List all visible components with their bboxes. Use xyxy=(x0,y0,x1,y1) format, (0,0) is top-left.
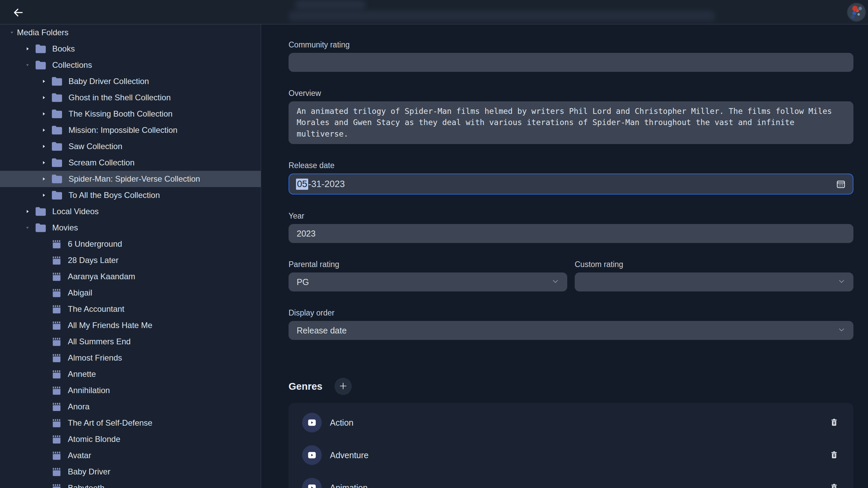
metadata-editor-form: Community rating Overview An animated tr… xyxy=(261,24,868,488)
folder-icon xyxy=(35,60,47,70)
community-rating-label: Community rating xyxy=(289,40,853,49)
community-rating-input[interactable] xyxy=(289,53,853,72)
custom-rating-select[interactable] xyxy=(575,272,853,291)
year-input[interactable]: 2023 xyxy=(289,224,853,243)
video-play-icon xyxy=(302,445,322,465)
movie-icon xyxy=(51,466,62,477)
sidebar-item-movies[interactable]: Movies xyxy=(0,220,261,236)
movie-icon xyxy=(51,401,62,412)
sidebar-item-label: 28 Days Later xyxy=(68,256,118,265)
genre-row-animation[interactable]: Animation xyxy=(289,471,853,488)
delete-genre-button[interactable] xyxy=(830,418,839,428)
add-genre-button[interactable] xyxy=(335,378,352,395)
sidebar-item-label: Annihilation xyxy=(68,386,110,395)
folder-icon xyxy=(51,141,63,151)
sidebar-item-ghost-in-the-shell-collection[interactable]: Ghost in the Shell Collection xyxy=(0,89,261,106)
sidebar-item-label: Local Videos xyxy=(52,207,99,216)
sidebar-item-books[interactable]: Books xyxy=(0,41,261,57)
folder-icon xyxy=(51,125,63,135)
sidebar-item-label: Babyteeth xyxy=(68,483,104,488)
sidebar-item-label: Baby Driver xyxy=(68,467,110,476)
sidebar-item-mission-impossible-collection[interactable]: Mission: Impossible Collection xyxy=(0,122,261,138)
sidebar-item-almost-friends[interactable]: Almost Friends xyxy=(0,350,261,366)
sidebar-item-aaranya-kaandam[interactable]: Aaranya Kaandam xyxy=(0,268,261,285)
sidebar-item-the-art-of-self-defense[interactable]: The Art of Self-Defense xyxy=(0,415,261,431)
genre-row-action[interactable]: Action xyxy=(289,406,853,439)
sidebar-item-annette[interactable]: Annette xyxy=(0,366,261,382)
sidebar-item-label: Anora xyxy=(68,402,90,411)
caret-collapsed-icon[interactable] xyxy=(39,127,49,133)
sidebar-item-saw-collection[interactable]: Saw Collection xyxy=(0,138,261,155)
movie-icon xyxy=(51,271,62,282)
genres-list-card: Action Adventure Animation xyxy=(289,403,853,488)
movie-icon xyxy=(51,368,62,380)
sidebar-item-local-videos[interactable]: Local Videos xyxy=(0,203,261,220)
trash-icon xyxy=(830,483,839,488)
chevron-down-icon xyxy=(838,326,845,336)
sidebar-item-baby-driver[interactable]: Baby Driver xyxy=(0,464,261,480)
movie-icon xyxy=(51,287,62,299)
sidebar-item-scream-collection[interactable]: Scream Collection xyxy=(0,155,261,171)
sidebar-item-baby-driver-collection[interactable]: Baby Driver Collection xyxy=(0,73,261,89)
genres-header: Genres xyxy=(289,378,853,395)
custom-rating-label: Custom rating xyxy=(575,260,853,269)
display-order-select[interactable]: Release date xyxy=(289,321,853,340)
caret-collapsed-icon[interactable] xyxy=(39,176,49,182)
folder-icon xyxy=(51,174,63,184)
sidebar-item-media-folders[interactable]: Media Folders xyxy=(0,24,261,41)
movie-icon xyxy=(51,433,62,445)
sidebar-item-label: Aaranya Kaandam xyxy=(68,272,135,281)
caret-expanded-icon[interactable] xyxy=(7,29,17,36)
genre-row-adventure[interactable]: Adventure xyxy=(289,439,853,471)
date-rest-segment[interactable]: -31-2023 xyxy=(308,179,345,189)
caret-expanded-icon[interactable] xyxy=(22,225,33,231)
sidebar-item-label: The Kissing Booth Collection xyxy=(68,109,173,119)
sidebar-item-the-accountant[interactable]: The Accountant xyxy=(0,301,261,317)
caret-collapsed-icon[interactable] xyxy=(39,95,49,101)
calendar-icon[interactable] xyxy=(836,179,846,189)
caret-collapsed-icon[interactable] xyxy=(39,160,49,166)
caret-collapsed-icon[interactable] xyxy=(39,143,49,149)
caret-collapsed-icon[interactable] xyxy=(39,192,49,198)
parental-rating-group: Parental rating PG xyxy=(289,260,567,291)
release-date-input[interactable]: 05-31-2023 xyxy=(289,174,853,195)
sidebar-item-28-days-later[interactable]: 28 Days Later xyxy=(0,252,261,268)
sidebar-item-the-kissing-booth-collection[interactable]: The Kissing Booth Collection xyxy=(0,106,261,122)
sidebar-item-all-summers-end[interactable]: All Summers End xyxy=(0,333,261,350)
sidebar-item-to-all-the-boys-collection[interactable]: To All the Boys Collection xyxy=(0,187,261,203)
genre-label: Animation xyxy=(330,483,368,488)
sidebar-item-avatar[interactable]: Avatar xyxy=(0,447,261,464)
sidebar-item-collections[interactable]: Collections xyxy=(0,57,261,73)
sidebar-item-anora[interactable]: Anora xyxy=(0,399,261,415)
folder-icon xyxy=(35,223,47,233)
sidebar-item-spider-man-spider-verse-collection[interactable]: Spider-Man: Spider-Verse Collection xyxy=(0,171,261,187)
folder-icon xyxy=(51,93,63,103)
sidebar-item-6-underground[interactable]: 6 Underground xyxy=(0,236,261,252)
parental-rating-label: Parental rating xyxy=(289,260,567,269)
caret-collapsed-icon[interactable] xyxy=(22,46,33,52)
user-avatar[interactable] xyxy=(847,3,866,22)
movie-icon xyxy=(51,450,62,461)
community-rating-group: Community rating xyxy=(289,40,853,72)
caret-collapsed-icon[interactable] xyxy=(39,78,49,84)
arrow-left-icon xyxy=(13,7,24,19)
caret-collapsed-icon[interactable] xyxy=(39,111,49,117)
date-month-segment[interactable]: 05 xyxy=(296,179,308,190)
caret-expanded-icon[interactable] xyxy=(22,62,33,68)
parental-rating-select[interactable]: PG xyxy=(289,272,567,291)
back-button[interactable] xyxy=(12,6,25,20)
sidebar-item-abigail[interactable]: Abigail xyxy=(0,285,261,301)
parental-rating-value: PG xyxy=(297,277,309,287)
delete-genre-button[interactable] xyxy=(830,483,839,488)
delete-genre-button[interactable] xyxy=(830,450,839,460)
overview-textarea[interactable]: An animated trilogy of Spider-Man films … xyxy=(289,101,853,144)
sidebar-item-label: Atomic Blonde xyxy=(68,434,120,444)
sidebar-item-babyteeth[interactable]: Babyteeth xyxy=(0,480,261,488)
sidebar-item-annihilation[interactable]: Annihilation xyxy=(0,382,261,399)
plus-icon xyxy=(339,382,348,391)
sidebar-item-all-my-friends-hate-me[interactable]: All My Friends Hate Me xyxy=(0,317,261,333)
sidebar-item-label: Annette xyxy=(68,369,96,379)
sidebar-item-label: Collections xyxy=(52,60,92,70)
sidebar-item-atomic-blonde[interactable]: Atomic Blonde xyxy=(0,431,261,447)
caret-collapsed-icon[interactable] xyxy=(22,208,33,215)
